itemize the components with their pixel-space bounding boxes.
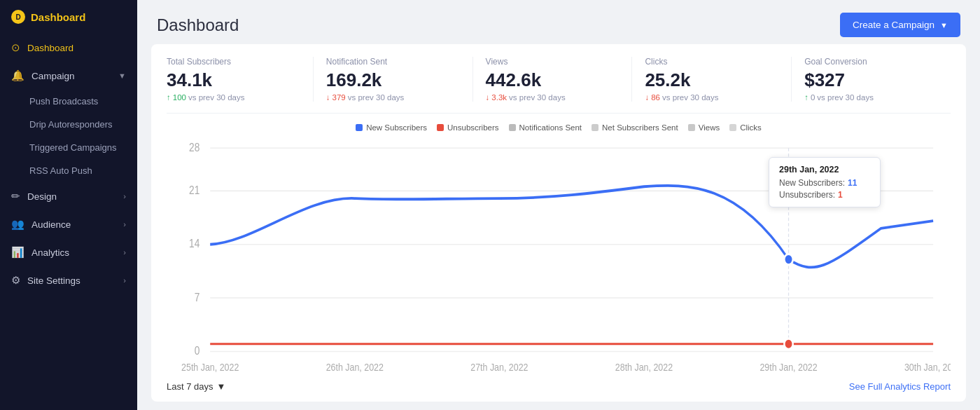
sidebar-item-site-settings[interactable]: ⚙ Site Settings › [0, 266, 137, 294]
change-value: 3.3k [491, 93, 507, 102]
chevron-down-icon: ▼ [217, 381, 226, 392]
page-header: Dashboard Create a Campaign ▼ [137, 0, 980, 44]
see-full-analytics-link[interactable]: See Full Analytics Report [849, 381, 951, 392]
stat-value: $327 [804, 69, 938, 91]
sidebar-logo-text: Dashboard [31, 11, 85, 23]
legend-net-subscribers: Net Subscribers Sent [592, 123, 678, 132]
legend-dot-net-subscribers [592, 124, 598, 131]
date-filter-label: Last 7 days [167, 381, 214, 392]
sidebar-sub-item-drip[interactable]: Drip Autoresponders [0, 113, 137, 136]
stat-label: Notification Sent [326, 57, 460, 67]
stat-change: ↓ 3.3k vs prev 30 days [486, 93, 620, 102]
legend-label: Notifications Sent [519, 123, 582, 132]
change-suffix: vs prev 30 days [662, 93, 719, 102]
chevron-right-icon: › [123, 276, 126, 285]
svg-text:26th Jan, 2022: 26th Jan, 2022 [326, 361, 384, 373]
arrow-down-icon: ↓ [326, 93, 330, 102]
sidebar-sub-item-rss[interactable]: RSS Auto Push [0, 159, 137, 182]
arrow-up-icon: ↑ [804, 93, 808, 102]
chart-legend: New Subscribers Unsubscribers Notificati… [167, 123, 951, 132]
svg-text:0: 0 [195, 344, 200, 357]
legend-label: Net Subscribers Sent [602, 123, 678, 132]
sidebar-item-analytics[interactable]: 📊 Analytics › [0, 238, 137, 266]
sidebar-item-campaign[interactable]: 🔔 Campaign ▼ [0, 62, 137, 90]
sidebar-logo[interactable]: D Dashboard [0, 0, 137, 34]
change-value: 0 [811, 93, 815, 102]
stat-label: Clicks [645, 57, 778, 67]
stat-total-subscribers: Total Subscribers 34.1k ↑ 100 vs prev 30… [167, 57, 314, 102]
sidebar-item-label: Analytics [31, 247, 69, 258]
logo-icon: D [11, 10, 25, 24]
arrow-up-icon: ↑ [167, 93, 171, 102]
campaign-icon: 🔔 [11, 69, 24, 82]
arrow-down-icon: ↓ [486, 93, 490, 102]
legend-label: New Subscribers [366, 123, 427, 132]
audience-icon: 👥 [11, 218, 24, 231]
sidebar-item-audience[interactable]: 👥 Audience › [0, 210, 137, 238]
stat-value: 34.1k [167, 69, 300, 91]
dashboard-card: Total Subscribers 34.1k ↑ 100 vs prev 30… [151, 44, 966, 402]
stat-change: ↑ 0 vs prev 30 days [804, 93, 938, 102]
legend-dot-views [688, 124, 695, 131]
sidebar-item-label: Dashboard [27, 43, 74, 53]
chevron-right-icon: › [123, 192, 126, 200]
sidebar-item-label: Design [27, 191, 57, 202]
stat-change: ↓ 379 vs prev 30 days [326, 93, 460, 102]
stat-label: Goal Conversion [804, 57, 938, 67]
legend-views: Views [688, 123, 720, 132]
arrow-down-icon: ↓ [645, 93, 649, 102]
sidebar-item-label: Audience [31, 219, 71, 230]
sidebar-item-design[interactable]: ✏ Design › [0, 182, 137, 210]
stats-row: Total Subscribers 34.1k ↑ 100 vs prev 30… [167, 57, 951, 114]
chart-area: 0 7 14 21 28 25th Jan, 2022 26th Jan, 20… [167, 137, 951, 373]
stat-change: ↓ 86 vs prev 30 days [645, 93, 778, 102]
legend-dot-unsubscribers [437, 124, 444, 131]
date-filter-dropdown[interactable]: Last 7 days ▼ [167, 381, 225, 392]
svg-text:7: 7 [195, 290, 200, 303]
svg-text:30th Jan, 2022: 30th Jan, 2022 [904, 361, 951, 373]
page-title: Dashboard [157, 15, 239, 35]
stat-views: Views 442.6k ↓ 3.3k vs prev 30 days [486, 57, 633, 102]
stat-value: 25.2k [645, 69, 778, 91]
svg-point-17 [784, 254, 792, 264]
svg-text:14: 14 [189, 237, 200, 250]
stat-change: ↑ 100 vs prev 30 days [167, 93, 300, 102]
legend-unsubscribers: Unsubscribers [437, 123, 499, 132]
legend-notifications-sent: Notifications Sent [509, 123, 582, 132]
legend-dot-notifications [509, 124, 516, 131]
create-campaign-button[interactable]: Create a Campaign ▼ [840, 13, 960, 37]
svg-text:27th Jan, 2022: 27th Jan, 2022 [470, 361, 528, 373]
svg-text:29th Jan, 2022: 29th Jan, 2022 [760, 361, 818, 373]
legend-dot-clicks [729, 124, 736, 131]
chevron-right-icon: › [123, 248, 126, 257]
chevron-down-icon: ▼ [118, 71, 126, 80]
stat-clicks: Clicks 25.2k ↓ 86 vs prev 30 days [645, 57, 792, 102]
legend-label: Views [699, 123, 720, 132]
chart-footer: Last 7 days ▼ See Full Analytics Report [167, 376, 951, 392]
change-suffix: vs prev 30 days [188, 93, 245, 102]
dashboard-icon: ⊙ [11, 41, 20, 54]
stat-label: Views [486, 57, 620, 67]
chevron-right-icon: › [123, 220, 126, 228]
analytics-icon: 📊 [11, 246, 24, 259]
stat-value: 442.6k [486, 69, 620, 91]
sidebar-sub-item-triggered[interactable]: Triggered Campaigns [0, 136, 137, 159]
sidebar-sub-item-push-broadcasts[interactable]: Push Broadcasts [0, 90, 137, 113]
legend-label: Unsubscribers [447, 123, 499, 132]
svg-point-18 [784, 339, 792, 349]
svg-text:21: 21 [189, 184, 200, 197]
sidebar-item-dashboard[interactable]: ⊙ Dashboard [0, 34, 137, 62]
create-campaign-label: Create a Campaign [853, 20, 934, 30]
sidebar-item-label: Campaign [31, 71, 75, 81]
stat-value: 169.2k [326, 69, 460, 91]
change-suffix: vs prev 30 days [817, 93, 874, 102]
sidebar: D Dashboard ⊙ Dashboard 🔔 Campaign ▼ Pus… [0, 0, 137, 410]
caret-down-icon: ▼ [940, 21, 948, 29]
line-chart: 0 7 14 21 28 25th Jan, 2022 26th Jan, 20… [167, 137, 951, 373]
svg-text:25th Jan, 2022: 25th Jan, 2022 [181, 361, 239, 373]
legend-dot-new-subscribers [356, 124, 363, 131]
legend-label: Clicks [740, 123, 762, 132]
svg-text:28: 28 [189, 141, 200, 154]
design-icon: ✏ [11, 190, 20, 203]
legend-new-subscribers: New Subscribers [356, 123, 427, 132]
